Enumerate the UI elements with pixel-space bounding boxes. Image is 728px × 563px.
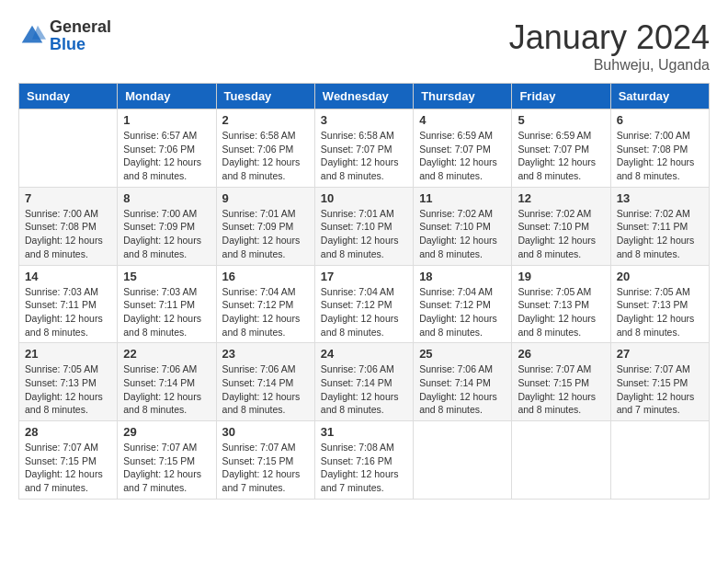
day-number: 12: [518, 191, 604, 205]
calendar-cell: 22Sunrise: 7:06 AMSunset: 7:14 PMDayligh…: [118, 343, 216, 421]
daylight-hours: Daylight: 12 hours: [321, 234, 407, 247]
daylight-hours: Daylight: 12 hours: [123, 155, 210, 169]
day-number: 27: [617, 347, 703, 361]
cell-info: Sunrise: 7:02 AMSunset: 7:10 PMDaylight:…: [518, 207, 604, 261]
sunset: Sunset: 7:11 PM: [123, 298, 210, 312]
daylight-minutes: and 8 minutes.: [321, 169, 407, 183]
daylight-minutes: and 8 minutes.: [123, 403, 210, 417]
logo-general: General: [50, 17, 111, 36]
daylight-hours: Daylight: 12 hours: [222, 234, 309, 247]
day-number: 9: [222, 191, 309, 205]
cell-info: Sunrise: 6:58 AMSunset: 7:07 PMDaylight:…: [321, 129, 407, 183]
daylight-hours: Daylight: 12 hours: [419, 234, 506, 247]
sunset: Sunset: 7:13 PM: [518, 298, 604, 312]
sunset: Sunset: 7:15 PM: [25, 454, 111, 468]
day-number: 30: [222, 425, 309, 439]
col-saturday: Saturday: [610, 84, 709, 109]
calendar-cell: 10Sunrise: 7:01 AMSunset: 7:10 PMDayligh…: [314, 187, 413, 265]
cell-info: Sunrise: 7:01 AMSunset: 7:09 PMDaylight:…: [222, 207, 309, 261]
daylight-hours: Daylight: 12 hours: [518, 312, 604, 326]
daylight-hours: Daylight: 12 hours: [123, 234, 210, 247]
calendar-cell: 2Sunrise: 6:58 AMSunset: 7:06 PMDaylight…: [216, 109, 314, 188]
cell-info: Sunrise: 7:08 AMSunset: 7:16 PMDaylight:…: [321, 441, 407, 495]
logo-icon: [18, 22, 46, 50]
day-number: 29: [123, 425, 210, 439]
sunrise: Sunrise: 7:01 AM: [321, 207, 407, 221]
sunset: Sunset: 7:13 PM: [617, 298, 703, 312]
calendar-table: Sunday Monday Tuesday Wednesday Thursday…: [18, 83, 710, 500]
daylight-hours: Daylight: 12 hours: [123, 390, 210, 404]
sunset: Sunset: 7:10 PM: [321, 220, 407, 234]
day-number: 2: [222, 113, 309, 127]
calendar-cell: 14Sunrise: 7:03 AMSunset: 7:11 PMDayligh…: [19, 265, 118, 343]
sunrise: Sunrise: 7:07 AM: [25, 441, 111, 454]
daylight-hours: Daylight: 12 hours: [518, 155, 604, 169]
sunrise: Sunrise: 6:59 AM: [419, 129, 506, 143]
sunrise: Sunrise: 7:06 AM: [222, 362, 309, 376]
sunset: Sunset: 7:08 PM: [617, 143, 703, 156]
cell-info: Sunrise: 7:03 AMSunset: 7:11 PMDaylight:…: [25, 285, 111, 339]
daylight-minutes: and 8 minutes.: [518, 403, 604, 417]
cell-info: Sunrise: 7:06 AMSunset: 7:14 PMDaylight:…: [321, 362, 407, 417]
sunset: Sunset: 7:09 PM: [222, 220, 309, 234]
calendar-cell: 30Sunrise: 7:07 AMSunset: 7:15 PMDayligh…: [216, 421, 314, 500]
title-section: January 2024 Buhweju, Uganda: [509, 18, 710, 74]
daylight-minutes: and 7 minutes.: [617, 403, 703, 417]
daylight-minutes: and 8 minutes.: [617, 326, 703, 339]
col-tuesday: Tuesday: [216, 84, 314, 109]
sunrise: Sunrise: 7:07 AM: [617, 362, 703, 376]
day-number: 13: [617, 191, 703, 205]
sunrise: Sunrise: 7:04 AM: [222, 285, 309, 299]
calendar-cell: 16Sunrise: 7:04 AMSunset: 7:12 PMDayligh…: [216, 265, 314, 343]
daylight-hours: Daylight: 12 hours: [321, 312, 407, 326]
sunrise: Sunrise: 7:04 AM: [419, 285, 506, 299]
day-number: 19: [518, 270, 604, 283]
calendar-cell: 21Sunrise: 7:05 AMSunset: 7:13 PMDayligh…: [19, 343, 118, 421]
daylight-minutes: and 8 minutes.: [222, 403, 309, 417]
sunrise: Sunrise: 7:06 AM: [123, 362, 210, 376]
sunset: Sunset: 7:15 PM: [518, 376, 604, 390]
calendar-cell: 5Sunrise: 6:59 AMSunset: 7:07 PMDaylight…: [512, 109, 610, 188]
col-friday: Friday: [512, 84, 610, 109]
day-number: 8: [123, 191, 210, 205]
sunrise: Sunrise: 7:04 AM: [321, 285, 407, 299]
day-number: 24: [321, 347, 407, 361]
daylight-minutes: and 8 minutes.: [617, 169, 703, 183]
day-number: 28: [25, 425, 111, 439]
sunrise: Sunrise: 6:58 AM: [222, 129, 309, 143]
daylight-minutes: and 7 minutes.: [222, 481, 309, 495]
sunrise: Sunrise: 7:07 AM: [222, 441, 309, 454]
sunset: Sunset: 7:11 PM: [25, 298, 111, 312]
cell-info: Sunrise: 7:07 AMSunset: 7:15 PMDaylight:…: [25, 441, 111, 495]
sunrise: Sunrise: 6:57 AM: [123, 129, 210, 143]
main-title: January 2024: [509, 18, 710, 57]
daylight-hours: Daylight: 12 hours: [617, 234, 703, 247]
sunset: Sunset: 7:06 PM: [222, 143, 309, 156]
daylight-minutes: and 7 minutes.: [25, 481, 111, 495]
header: General Blue January 2024 Buhweju, Ugand…: [18, 18, 710, 74]
calendar-cell: 26Sunrise: 7:07 AMSunset: 7:15 PMDayligh…: [512, 343, 610, 421]
day-number: 3: [321, 113, 407, 127]
logo-text: General Blue: [50, 18, 111, 53]
day-number: 17: [321, 270, 407, 283]
day-number: 31: [321, 425, 407, 439]
sunrise: Sunrise: 7:00 AM: [123, 207, 210, 221]
sunset: Sunset: 7:07 PM: [518, 143, 604, 156]
daylight-hours: Daylight: 12 hours: [419, 155, 506, 169]
sunset: Sunset: 7:16 PM: [321, 454, 407, 468]
daylight-minutes: and 8 minutes.: [518, 247, 604, 261]
day-number: 20: [617, 270, 703, 283]
calendar-week-1: 1Sunrise: 6:57 AMSunset: 7:06 PMDaylight…: [19, 109, 710, 188]
sunrise: Sunrise: 7:05 AM: [617, 285, 703, 299]
sunset: Sunset: 7:14 PM: [321, 376, 407, 390]
daylight-hours: Daylight: 12 hours: [617, 312, 703, 326]
daylight-hours: Daylight: 12 hours: [321, 155, 407, 169]
daylight-minutes: and 8 minutes.: [419, 169, 506, 183]
calendar-cell: 17Sunrise: 7:04 AMSunset: 7:12 PMDayligh…: [314, 265, 413, 343]
calendar-cell: 9Sunrise: 7:01 AMSunset: 7:09 PMDaylight…: [216, 187, 314, 265]
daylight-minutes: and 8 minutes.: [123, 326, 210, 339]
daylight-hours: Daylight: 12 hours: [123, 312, 210, 326]
sunset: Sunset: 7:10 PM: [419, 220, 506, 234]
sunrise: Sunrise: 7:06 AM: [419, 362, 506, 376]
sunrise: Sunrise: 7:00 AM: [617, 129, 703, 143]
